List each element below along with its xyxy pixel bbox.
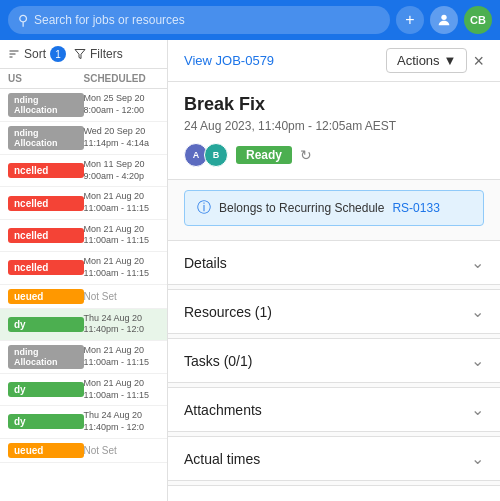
avatar-group: A B — [184, 143, 228, 167]
status-badge: ncelled — [8, 228, 84, 243]
list-item[interactable]: dy Thu 24 Aug 2011:40pm - 12:0 — [0, 309, 167, 341]
accordion-details: Details ⌄ — [168, 240, 500, 285]
svg-point-0 — [441, 15, 446, 20]
job-list-panel: Sort 1 Filters US SCHEDULED nding Alloca… — [0, 40, 168, 501]
scheduled-time: Wed 20 Sep 2011:14pm - 4:14a — [84, 126, 160, 149]
col-scheduled: SCHEDULED — [84, 73, 160, 84]
list-item[interactable]: ncelled Mon 21 Aug 2011:00am - 11:15 — [0, 187, 167, 219]
list-item[interactable]: nding Allocation Wed 20 Sep 2011:14pm - … — [0, 122, 167, 155]
top-navigation: ⚲ Search for jobs or resources + CB — [0, 0, 500, 40]
status-badge: ueued — [8, 443, 84, 458]
list-item[interactable]: nding Allocation Mon 25 Sep 208:00am - 1… — [0, 89, 167, 122]
list-item[interactable]: ncelled Mon 11 Sep 209:00am - 4:20p — [0, 155, 167, 187]
info-banner: ⓘ Belongs to Recurring Schedule RS-0133 — [184, 190, 484, 226]
list-item[interactable]: dy Mon 21 Aug 2011:00am - 11:15 — [0, 374, 167, 406]
list-item[interactable]: nding Allocation Mon 21 Aug 2011:00am - … — [0, 341, 167, 374]
status-badge: dy — [8, 317, 84, 332]
search-bar[interactable]: ⚲ Search for jobs or resources — [8, 6, 390, 34]
chevron-down-icon: ⌄ — [471, 253, 484, 272]
status-badge: dy — [8, 414, 84, 429]
sort-button[interactable]: Sort 1 — [8, 46, 66, 62]
add-button[interactable]: + — [396, 6, 424, 34]
accordion-header-more[interactable]: More ⌄ — [168, 486, 500, 501]
chevron-down-icon: ⌄ — [471, 400, 484, 419]
scheduled-time: Thu 24 Aug 2011:40pm - 12:0 — [84, 313, 160, 336]
view-job-link[interactable]: View JOB-0579 — [184, 53, 274, 68]
list-item[interactable]: ncelled Mon 21 Aug 2011:00am - 11:15 — [0, 220, 167, 252]
status-badge: ncelled — [8, 163, 84, 178]
refresh-button[interactable]: ↻ — [300, 147, 312, 163]
list-item[interactable]: ueued Not Set — [0, 285, 167, 309]
scheduled-time: Mon 21 Aug 2011:00am - 11:15 — [84, 256, 160, 279]
sort-label: Sort — [24, 47, 46, 61]
job-status-row: A B Ready ↻ — [184, 143, 484, 167]
accordion-header-actual-times[interactable]: Actual times ⌄ — [168, 437, 500, 480]
status-badge: nding Allocation — [8, 126, 84, 150]
header-actions: Actions ▼ × — [386, 48, 484, 73]
chevron-down-icon: ▼ — [444, 53, 457, 68]
accordion-header-tasks[interactable]: Tasks (0/1) ⌄ — [168, 339, 500, 382]
scheduled-time: Mon 25 Sep 208:00am - 12:00 — [84, 93, 160, 116]
scheduled-time: Thu 24 Aug 2011:40pm - 12:0 — [84, 410, 160, 433]
accordion-header-resources[interactable]: Resources (1) ⌄ — [168, 290, 500, 333]
main-layout: Sort 1 Filters US SCHEDULED nding Alloca… — [0, 40, 500, 501]
accordion-label-tasks: Tasks (0/1) — [184, 353, 252, 369]
accordion-actual-times: Actual times ⌄ — [168, 436, 500, 481]
search-icon: ⚲ — [18, 12, 28, 28]
status-badge: ueued — [8, 289, 84, 304]
avatar: B — [204, 143, 228, 167]
chevron-down-icon: ⌄ — [471, 302, 484, 321]
list-item[interactable]: ueued Not Set — [0, 439, 167, 463]
user-avatar[interactable]: CB — [464, 6, 492, 34]
accordion-more: More ⌄ — [168, 485, 500, 501]
scheduled-time: Not Set — [84, 291, 160, 302]
job-detail-panel: View JOB-0579 Actions ▼ × Break Fix 24 A… — [168, 40, 500, 501]
accordion-label-resources: Resources (1) — [184, 304, 272, 320]
accordion-label-attachments: Attachments — [184, 402, 262, 418]
status-ready-badge: Ready — [236, 146, 292, 164]
accordion-header-details[interactable]: Details ⌄ — [168, 241, 500, 284]
panel-header: View JOB-0579 Actions ▼ × — [168, 40, 500, 82]
chevron-down-icon: ⌄ — [471, 351, 484, 370]
actions-label: Actions — [397, 53, 440, 68]
filter-bar: Sort 1 Filters — [0, 40, 167, 69]
user-icon — [430, 6, 458, 34]
search-placeholder: Search for jobs or resources — [34, 13, 185, 27]
accordion-label-details: Details — [184, 255, 227, 271]
close-button[interactable]: × — [473, 52, 484, 70]
status-badge: dy — [8, 382, 84, 397]
list-item[interactable]: ncelled Mon 21 Aug 2011:00am - 11:15 — [0, 252, 167, 284]
accordion-header-attachments[interactable]: Attachments ⌄ — [168, 388, 500, 431]
scheduled-time: Mon 21 Aug 2011:00am - 11:15 — [84, 224, 160, 247]
actions-button[interactable]: Actions ▼ — [386, 48, 468, 73]
sort-badge: 1 — [50, 46, 66, 62]
scheduled-time: Mon 21 Aug 2011:00am - 11:15 — [84, 345, 160, 368]
col-status: US — [8, 73, 84, 84]
status-badge: nding Allocation — [8, 93, 84, 117]
svg-marker-4 — [75, 50, 85, 59]
info-icon: ⓘ — [197, 199, 211, 217]
list-header: US SCHEDULED — [0, 69, 167, 89]
accordion-resources: Resources (1) ⌄ — [168, 289, 500, 334]
scheduled-time: Mon 11 Sep 209:00am - 4:20p — [84, 159, 160, 182]
accordion-attachments: Attachments ⌄ — [168, 387, 500, 432]
chevron-down-icon: ⌄ — [471, 449, 484, 468]
scheduled-time: Mon 21 Aug 2011:00am - 11:15 — [84, 378, 160, 401]
scheduled-time: Mon 21 Aug 2011:00am - 11:15 — [84, 191, 160, 214]
job-details: Break Fix 24 Aug 2023, 11:40pm - 12:05am… — [168, 82, 500, 180]
scheduled-time: Not Set — [84, 445, 160, 456]
filters-label: Filters — [90, 47, 123, 61]
job-date: 24 Aug 2023, 11:40pm - 12:05am AEST — [184, 119, 484, 133]
job-list: nding Allocation Mon 25 Sep 208:00am - 1… — [0, 89, 167, 501]
status-badge: ncelled — [8, 260, 84, 275]
status-badge: nding Allocation — [8, 345, 84, 369]
job-title: Break Fix — [184, 94, 484, 115]
recurring-schedule-link[interactable]: RS-0133 — [392, 201, 439, 215]
info-text: Belongs to Recurring Schedule — [219, 201, 384, 215]
status-badge: ncelled — [8, 196, 84, 211]
accordion-label-actual-times: Actual times — [184, 451, 260, 467]
accordion-tasks: Tasks (0/1) ⌄ — [168, 338, 500, 383]
list-item[interactable]: dy Thu 24 Aug 2011:40pm - 12:0 — [0, 406, 167, 438]
filters-button[interactable]: Filters — [74, 47, 123, 61]
